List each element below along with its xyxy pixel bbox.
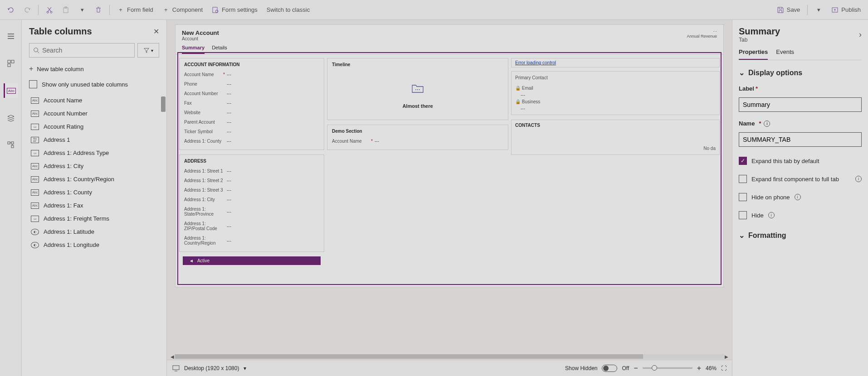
tab-summary[interactable]: Summary (182, 45, 205, 54)
fit-button[interactable]: ⛶ (721, 365, 727, 371)
expand-panel-button[interactable]: › (859, 30, 862, 39)
paste-icon (62, 6, 69, 14)
error-loading-control-link[interactable]: Error loading control (511, 58, 720, 67)
save-chevron[interactable]: ▾ (811, 4, 826, 16)
paste-button[interactable] (59, 4, 73, 16)
column-item[interactable]: ▭Account Rating (29, 120, 166, 133)
hide-phone-label: Hide on phone (751, 194, 790, 201)
info-icon[interactable]: i (855, 176, 862, 182)
address-section[interactable]: ADDRESS Address 1: Street 1--- Address 1… (179, 154, 324, 252)
cut-icon (46, 6, 53, 14)
settings-form-icon (212, 6, 219, 14)
properties-tab[interactable]: Properties (739, 48, 768, 60)
canvas-bottom-bar: Desktop (1920 x 1080) ▾ Show Hidden Off … (167, 360, 732, 376)
events-tab[interactable]: Events (776, 48, 794, 60)
tab-details[interactable]: Details (212, 45, 227, 54)
stage-bar[interactable]: ◄Active (183, 256, 321, 265)
column-item[interactable]: AbcAddress 1: Country/Region (29, 173, 166, 186)
show-hidden-toggle[interactable] (602, 365, 617, 372)
filter-button[interactable]: ▾ (137, 43, 159, 58)
column-item[interactable]: ▭Address 1: Freight Terms (29, 212, 166, 225)
column-item[interactable]: ◐Address 1: Latitude (29, 225, 166, 238)
delete-button[interactable] (91, 4, 106, 16)
hide-checkbox[interactable] (739, 211, 747, 219)
tree-rail-button[interactable] (4, 138, 18, 152)
expand-first-checkbox[interactable] (739, 175, 747, 183)
search-icon (33, 47, 39, 53)
form-field: Account Name*--- (184, 70, 319, 79)
column-item[interactable]: AbcAccount Name (29, 94, 166, 107)
show-unused-checkbox[interactable] (29, 80, 37, 88)
column-item[interactable]: AbcAddress 1: City (29, 159, 166, 173)
formatting-group[interactable]: ⌄ Formatting (739, 231, 862, 240)
paste-chevron[interactable]: ▾ (75, 4, 89, 16)
info-icon[interactable]: i (764, 121, 770, 127)
column-label: Address 1: Fax (44, 202, 83, 209)
demo-section[interactable]: Demo Section Account Name*--- (327, 125, 508, 150)
show-hidden-label: Show Hidden (565, 365, 597, 371)
contacts-section[interactable]: CONTACTS No da (511, 120, 720, 155)
form-field: Address 1: ZIP/Postal Code--- (184, 219, 319, 233)
components-rail-button[interactable] (4, 56, 18, 71)
info-icon[interactable]: i (768, 212, 775, 218)
column-item[interactable]: ▭Address 1: Address Type (29, 146, 166, 159)
column-item[interactable]: AbcAddress 1: Fax (29, 199, 166, 212)
search-input[interactable] (42, 47, 131, 54)
redo-button[interactable] (20, 4, 34, 16)
form-field: Address 1: Country/Region--- (184, 233, 319, 248)
save-button[interactable]: Save (773, 4, 804, 16)
chevron-down-icon: ▾ (78, 6, 86, 14)
timeline-section[interactable]: Timeline Almost there (327, 58, 508, 120)
zoom-out-button[interactable]: − (634, 364, 638, 372)
info-icon[interactable]: i (795, 194, 801, 200)
undo-button[interactable] (4, 4, 18, 16)
column-label: Address 1: Address Type (44, 149, 109, 156)
label-input[interactable] (739, 97, 862, 112)
device-chevron[interactable]: ▾ (244, 365, 246, 371)
search-box[interactable] (29, 43, 135, 58)
close-panel-button[interactable]: ✕ (153, 27, 159, 36)
text-type-icon: Abc (31, 176, 39, 183)
scrollbar-thumb[interactable] (161, 96, 166, 112)
column-label: Address 1: County (44, 189, 92, 196)
form-settings-button[interactable]: Form settings (208, 4, 261, 16)
text-type-icon: Abc (31, 97, 39, 104)
column-item[interactable]: AbcAccount Number (29, 107, 166, 120)
add-component-button[interactable]: +Component (159, 4, 206, 16)
switch-classic-button[interactable]: Switch to classic (263, 4, 313, 16)
hide-label: Hide (751, 212, 764, 219)
table-columns-panel: Table columns ✕ ▾ + New table column Sho… (22, 20, 167, 376)
geo-type-icon: ◐ (31, 242, 39, 248)
layers-rail-button[interactable] (4, 111, 18, 125)
column-label: Address 1: Longitude (44, 241, 99, 248)
column-item[interactable]: ◐Address 1: Longitude (29, 238, 166, 251)
add-form-field-button[interactable]: +Form field (113, 4, 157, 16)
account-info-section[interactable]: ACCOUNT INFORMATION Account Name*--- Pho… (179, 58, 324, 150)
name-input[interactable] (739, 132, 862, 147)
publish-button[interactable]: Publish (828, 4, 864, 16)
expand-default-checkbox[interactable] (739, 157, 747, 165)
device-label: Desktop (1920 x 1080) (184, 365, 239, 371)
display-options-group[interactable]: ⌄ Display options (739, 68, 862, 77)
cut-button[interactable] (42, 4, 57, 16)
canvas-horizontal-scrollbar[interactable]: ◀ ▶ (167, 353, 732, 360)
hide-phone-checkbox[interactable] (739, 193, 747, 201)
zoom-slider[interactable] (643, 367, 692, 369)
form-field: Fax--- (184, 98, 319, 108)
new-table-column-button[interactable]: + New table column (22, 60, 166, 77)
column-item[interactable]: AbcAddress 1: County (29, 186, 166, 199)
primary-contact-section[interactable]: Primary Contact 🔒 Email --- 🔒 Business -… (511, 71, 720, 115)
zoom-in-button[interactable]: + (697, 364, 701, 372)
delete-icon (95, 6, 102, 14)
columns-rail-button[interactable]: Abc (4, 83, 18, 98)
header-ellipsis[interactable]: ⋯ (687, 29, 717, 34)
hamburger-button[interactable] (4, 29, 18, 43)
form-field: Account Name*--- (332, 136, 503, 146)
show-unused-label: Show only unused table columns (42, 81, 128, 88)
form-card[interactable]: New Account Account ⋯ Annual Revenue Sum… (175, 24, 724, 287)
column-item[interactable]: AbcdefAddress 1 (29, 133, 166, 146)
chevron-down-icon: ⌄ (739, 68, 745, 77)
form-field: Address 1: City--- (184, 195, 319, 204)
text-type-icon: Abc (31, 111, 39, 117)
plus-icon: + (162, 6, 170, 14)
